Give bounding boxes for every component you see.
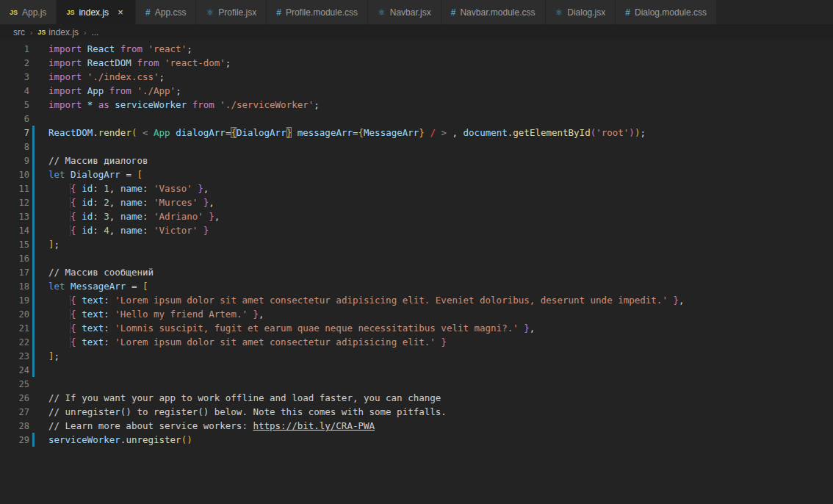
breadcrumb-item-index-js[interactable]: JSindex.js [37,27,79,37]
git-modified-indicator [32,279,35,293]
code-line[interactable]: 6 [0,112,833,126]
tab-app-js[interactable]: JSApp.js [0,0,56,24]
code-line[interactable]: 21 { text: 'Lomnis suscipit, fugit et ea… [0,321,833,335]
git-modified-indicator [32,349,35,363]
code-token: React [87,43,120,54]
code-line[interactable]: 14 { id: 4, name: 'Victor' } [0,223,833,237]
code-token [248,309,253,320]
code-line[interactable]: 22 { text: 'Lorem ipsum dolor sit amet c… [0,335,833,349]
code-line[interactable]: 17// Массив сообщений [0,265,833,279]
code-token: from [109,85,137,96]
code-line[interactable]: 23]; [0,349,833,363]
code-token: App [87,85,109,96]
code-line[interactable]: 12 { id: 2, name: 'Murces' }, [0,195,833,209]
code-line[interactable]: 25 [0,377,833,391]
code-line[interactable]: 18let MessageArr = [ [0,279,833,293]
code-token: = [353,127,358,138]
tab-profile-module-css[interactable]: #Profile.module.css [267,0,367,24]
code-line[interactable]: 13 { id: 3, name: 'Adriano' }, [0,209,833,223]
code-line[interactable]: 26// If you want your app to work offlin… [0,391,833,405]
css-file-icon: # [145,7,151,18]
code-line[interactable]: 8 [0,140,833,154]
code-line[interactable]: 16 [0,251,833,265]
git-modified-indicator [32,140,35,154]
tab-label: Navbar.jsx [390,7,431,18]
code-text: import React from 'react'; [48,43,192,54]
git-modified-indicator [32,223,35,237]
tab-dialog-module-css[interactable]: #Dialog.module.css [616,0,716,24]
code-token: ; [54,350,60,361]
breadcrumb-item-[interactable]: ... [91,27,98,37]
line-number: 14 [0,226,29,236]
tab-navbar-module-css[interactable]: #Navbar.module.css [441,0,545,24]
code-token: { [71,211,82,222]
git-modified-indicator [32,98,35,112]
code-token: import [48,71,87,82]
code-line[interactable]: 2import ReactDOM from 'react-dom'; [0,56,833,70]
code-line[interactable]: 9// Массив диалогов [0,154,833,168]
code-line[interactable]: 1import React from 'react'; [0,42,833,56]
git-modified-indicator [32,42,35,56]
code-token: DialogArr [237,127,286,138]
comment-link[interactable]: https://bit.ly/CRA-PWA [253,420,375,431]
code-line[interactable]: 28// Learn more about service workers: h… [0,419,833,433]
code-line[interactable]: 7ReactDOM.render( < App dialogArr={Dialo… [0,126,833,140]
code-token: name [120,197,143,208]
code-token: / [430,127,436,138]
code-line[interactable]: 19 { text: 'Lorem ipsum dolor sit amet c… [0,293,833,307]
code-token: ) [629,127,635,138]
chevron-right-icon: › [30,29,32,37]
code-token: : [93,225,104,236]
line-number: 26 [0,393,29,403]
code-token: } [524,323,530,334]
git-modified-indicator [32,251,35,265]
code-token: , [109,183,120,194]
code-text: { id: 2, name: 'Murces' }, [48,197,214,208]
code-token [48,197,71,208]
js-file-icon: JS [66,9,74,16]
tab-navbar-jsx[interactable]: ⚛Navbar.jsx [368,0,441,24]
code-token: , [203,183,209,194]
code-line[interactable]: 10let DialogArr = [ [0,168,833,181]
close-icon[interactable]: × [115,7,126,17]
code-token: { [71,295,82,306]
line-number: 18 [0,281,29,292]
code-token: { [71,336,82,348]
code-line[interactable]: 3import './index.css'; [0,70,833,84]
code-text: import ReactDOM from 'react-dom'; [48,57,231,68]
code-text: ]; [48,350,60,361]
code-line[interactable]: 29serviceWorker.unregister() [0,433,833,447]
code-token: < [143,127,154,138]
git-modified-indicator [32,112,35,126]
code-line[interactable]: 27// unregister() to register() below. N… [0,405,833,419]
code-line[interactable]: 11 { id: 1, name: 'Vasso' }, [0,181,833,195]
tab-index-js[interactable]: JSindex.js× [57,0,135,24]
code-token: 'Lorem ipsum dolor sit amet consectetur … [115,336,436,348]
code-token: ; [187,43,192,54]
code-token: = [126,169,137,180]
code-token: , [447,127,464,138]
line-number: 25 [0,379,29,389]
code-text: serviceWorker.unregister() [48,434,192,445]
code-editor[interactable]: 1import React from 'react';2import React… [0,40,833,504]
code-line[interactable]: 5import * as serviceWorker from './servi… [0,98,833,112]
react-file-icon: ⚛ [378,7,386,18]
code-line[interactable]: 15]; [0,237,833,251]
tab-dialog-jsx[interactable]: ⚛Dialog.jsx [546,0,616,24]
code-text: import App from './App'; [48,85,181,96]
code-token: text [82,323,104,334]
tab-profile-jsx[interactable]: ⚛Profile.jsx [196,0,266,24]
breadcrumb-item-src[interactable]: src [13,27,25,37]
tab-app-css[interactable]: #App.css [136,0,195,24]
code-text: { text: 'Lomnis suscipit, fugit et earum… [48,323,535,334]
code-token: ReactDOM [87,57,137,68]
line-number: 1 [0,44,29,54]
line-number: 22 [0,337,29,348]
code-line[interactable]: 24 [0,363,833,377]
code-line[interactable]: 20 { text: 'Hello my friend Artem.' }, [0,307,833,321]
code-token: render [98,127,131,138]
line-number: 21 [0,323,29,334]
code-line[interactable]: 4import App from './App'; [0,84,833,98]
code-token: , [259,309,264,320]
code-text: ReactDOM.render( < App dialogArr={Dialog… [48,127,646,138]
